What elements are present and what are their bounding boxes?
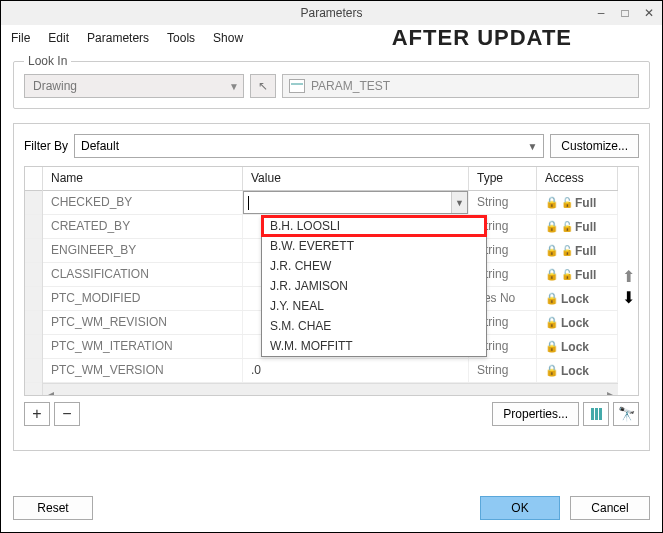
pointer-icon: ↖: [258, 79, 268, 93]
dropdown-option[interactable]: B.H. LOOSLI: [262, 216, 486, 236]
table-row[interactable]: PTC_WM_VERSION .0 String 🔒Lock: [43, 359, 618, 383]
dropdown-option[interactable]: B.W. EVERETT: [262, 236, 486, 256]
menu-bar: File Edit Parameters Tools Show AFTER UP…: [1, 25, 662, 51]
horizontal-scrollbar[interactable]: ◂ ▸: [43, 383, 618, 395]
col-name[interactable]: Name: [43, 167, 243, 190]
remove-row-button[interactable]: −: [54, 402, 80, 426]
look-in-target-text: PARAM_TEST: [311, 79, 390, 93]
look-in-group: Look In Drawing ▼ ↖ PARAM_TEST: [13, 61, 650, 109]
customize-button[interactable]: Customize...: [550, 134, 639, 158]
row-selector-gutter: [25, 167, 43, 395]
find-button[interactable]: 🔭: [613, 402, 639, 426]
ok-button[interactable]: OK: [480, 496, 560, 520]
window-title: Parameters: [300, 6, 362, 20]
table-header: Name Value Type Access: [43, 167, 618, 191]
reset-button[interactable]: Reset: [13, 496, 93, 520]
access-open-icon: 🔓: [561, 245, 573, 256]
after-update-banner: AFTER UPDATE: [392, 25, 572, 51]
access-open-icon: 🔓: [561, 221, 573, 232]
value-dropdown-button[interactable]: ▼: [451, 192, 467, 213]
dropdown-option[interactable]: S.M. CHAE: [262, 316, 486, 336]
dialog-footer: Reset OK Cancel: [13, 496, 650, 520]
menu-file[interactable]: File: [11, 31, 30, 45]
look-in-dropdown[interactable]: Drawing ▼: [24, 74, 244, 98]
cancel-button[interactable]: Cancel: [570, 496, 650, 520]
lock-icon: 🔒: [545, 196, 559, 209]
col-value[interactable]: Value: [243, 167, 469, 190]
look-in-value: Drawing: [33, 79, 77, 93]
parameters-table: Name Value Type Access CHECKED_BY ▼ Stri…: [24, 166, 639, 396]
scroll-left-icon[interactable]: ◂: [43, 386, 59, 395]
chevron-down-icon: ▼: [455, 198, 464, 208]
menu-show[interactable]: Show: [213, 31, 243, 45]
title-bar: Parameters – □ ✕: [1, 1, 662, 25]
access-open-icon: 🔓: [561, 197, 573, 208]
binoculars-icon: 🔭: [618, 406, 635, 422]
lock-icon: 🔒: [545, 292, 559, 305]
reorder-buttons: ⬆ ⬇: [618, 167, 638, 395]
chevron-down-icon: ▼: [229, 81, 239, 92]
col-type[interactable]: Type: [469, 167, 537, 190]
table-row[interactable]: CHECKED_BY ▼ String 🔒🔓Full: [43, 191, 618, 215]
look-in-target[interactable]: PARAM_TEST: [282, 74, 639, 98]
properties-button[interactable]: Properties...: [492, 402, 579, 426]
scroll-right-icon[interactable]: ▸: [602, 386, 618, 395]
dropdown-option[interactable]: J.Y. NEAL: [262, 296, 486, 316]
dropdown-option[interactable]: J.R. JAMISON: [262, 276, 486, 296]
access-open-icon: 🔓: [561, 269, 573, 280]
lock-icon: 🔒: [545, 340, 559, 353]
table-view-button[interactable]: [583, 402, 609, 426]
table-columns-icon: [591, 408, 602, 420]
model-icon: [289, 79, 305, 93]
maximize-button[interactable]: □: [618, 6, 632, 20]
filter-by-dropdown[interactable]: Default ▼: [74, 134, 544, 158]
lock-icon: 🔒: [545, 244, 559, 257]
filter-by-label: Filter By: [24, 139, 68, 153]
menu-parameters[interactable]: Parameters: [87, 31, 149, 45]
close-button[interactable]: ✕: [642, 6, 656, 20]
lock-icon: 🔒: [545, 316, 559, 329]
col-access[interactable]: Access: [537, 167, 618, 190]
minimize-button[interactable]: –: [594, 6, 608, 20]
select-pointer-button[interactable]: ↖: [250, 74, 276, 98]
value-dropdown-list[interactable]: B.H. LOOSLI B.W. EVERETT J.R. CHEW J.R. …: [261, 215, 487, 357]
menu-tools[interactable]: Tools: [167, 31, 195, 45]
chevron-down-icon: ▼: [527, 141, 537, 152]
lock-icon: 🔒: [545, 268, 559, 281]
look-in-label: Look In: [24, 54, 71, 68]
text-cursor: [248, 196, 249, 210]
move-down-button[interactable]: ⬇: [622, 288, 635, 307]
lock-icon: 🔒: [545, 220, 559, 233]
value-editor[interactable]: ▼: [243, 191, 468, 214]
menu-edit[interactable]: Edit: [48, 31, 69, 45]
move-up-button[interactable]: ⬆: [622, 267, 635, 286]
dropdown-option[interactable]: J.R. CHEW: [262, 256, 486, 276]
dropdown-option[interactable]: W.M. MOFFITT: [262, 336, 486, 356]
parameters-panel: Filter By Default ▼ Customize... Name Va…: [13, 123, 650, 451]
lock-icon: 🔒: [545, 364, 559, 377]
filter-by-value: Default: [81, 139, 119, 153]
add-row-button[interactable]: +: [24, 402, 50, 426]
